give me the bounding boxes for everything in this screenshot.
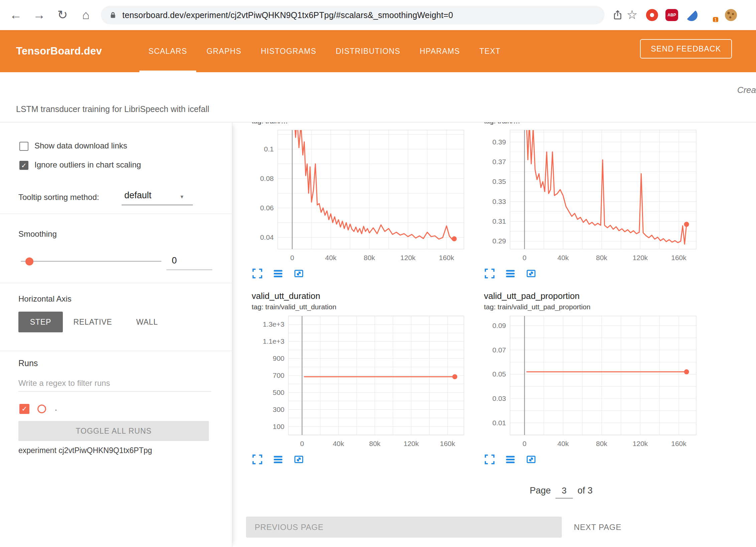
chart-title: valid_utt_duration bbox=[252, 290, 467, 303]
svg-text:0: 0 bbox=[522, 254, 526, 261]
svg-text:80k: 80k bbox=[596, 440, 607, 447]
check-icon: ✓ bbox=[21, 405, 27, 413]
svg-text:80k: 80k bbox=[369, 440, 380, 447]
extension-cookie-icon[interactable] bbox=[725, 9, 737, 21]
share-icon[interactable] bbox=[612, 9, 623, 21]
scalar-line-chart[interactable]: 040k80k120k160k0.040.060.080.1 bbox=[252, 127, 467, 265]
chart-card-valid-utt-pad-proportion: valid_utt_pad_proportion tag: train/vali… bbox=[484, 290, 700, 466]
scalar-line-chart[interactable]: 040k80k120k160k0.290.310.330.350.370.39 bbox=[484, 127, 700, 265]
dropdown-arrow-icon[interactable]: ▾ bbox=[180, 193, 183, 200]
svg-text:0: 0 bbox=[300, 440, 304, 447]
tooltip-sorting-select[interactable]: default bbox=[124, 190, 151, 201]
axis-wall-button[interactable]: WALL bbox=[129, 312, 165, 332]
run-checkbox[interactable]: ✓ bbox=[19, 404, 29, 414]
fit-domain-icon[interactable] bbox=[293, 454, 304, 465]
svg-text:700: 700 bbox=[273, 371, 284, 379]
svg-text:0.31: 0.31 bbox=[492, 217, 506, 225]
svg-text:0.39: 0.39 bbox=[492, 138, 506, 146]
home-icon[interactable]: ⌂ bbox=[78, 0, 94, 30]
fullscreen-icon[interactable] bbox=[252, 268, 263, 279]
scalar-line-chart[interactable]: 040k80k120k160k0.010.030.050.070.09 bbox=[484, 313, 700, 451]
address-bar[interactable]: tensorboard.dev/experiment/cj2vtPiwQHKN9… bbox=[101, 6, 605, 24]
tab-scalars[interactable]: SCALARS bbox=[139, 30, 197, 72]
ignore-outliers-label: Ignore outliers in chart scaling bbox=[34, 160, 141, 170]
ignore-outliers-checkbox[interactable]: ✓ bbox=[19, 161, 28, 170]
smoothing-slider-thumb[interactable] bbox=[25, 257, 33, 265]
runs-menu-icon[interactable] bbox=[505, 454, 516, 465]
axis-relative-button[interactable]: RELATIVE bbox=[67, 312, 119, 332]
svg-text:160k: 160k bbox=[671, 254, 686, 261]
smoothing-value[interactable]: 0 bbox=[172, 255, 177, 266]
page-of-label: of 3 bbox=[578, 485, 593, 496]
settings-sidebar: Show data download links ✓ Ignore outlie… bbox=[0, 122, 232, 547]
experiment-id-caption: experiment cj2vtPiwQHKN9Q1tx6PTpg bbox=[18, 446, 152, 455]
smoothing-value-underline bbox=[166, 269, 212, 270]
extension-pocket-icon[interactable] bbox=[685, 9, 698, 21]
tab-distributions[interactable]: DISTRIBUTIONS bbox=[326, 30, 410, 72]
extension-pie-badge-icon[interactable]: 1 bbox=[705, 9, 718, 21]
svg-text:0.29: 0.29 bbox=[492, 237, 506, 245]
back-icon[interactable]: ← bbox=[8, 0, 23, 30]
runs-regex-input[interactable] bbox=[18, 378, 211, 392]
next-page-button[interactable]: NEXT PAGE bbox=[574, 517, 621, 538]
scalars-dashboard: tag: train/… 040k80k120k160k0.040.060.08… bbox=[232, 122, 756, 547]
previous-page-button[interactable]: PREVIOUS PAGE bbox=[246, 517, 562, 538]
runs-menu-icon[interactable] bbox=[272, 268, 284, 279]
svg-text:40k: 40k bbox=[557, 254, 569, 261]
smoothing-label: Smoothing bbox=[18, 229, 57, 239]
lock-icon bbox=[108, 10, 118, 20]
forward-icon[interactable]: → bbox=[31, 0, 47, 30]
svg-text:300: 300 bbox=[273, 406, 284, 413]
sidebar-divider bbox=[0, 351, 232, 351]
top-navigation: SCALARS GRAPHS HISTOGRAMS DISTRIBUTIONS … bbox=[139, 30, 510, 72]
svg-text:0: 0 bbox=[290, 254, 294, 261]
runs-menu-icon[interactable] bbox=[272, 454, 284, 465]
show-download-links-label: Show data download links bbox=[34, 141, 127, 150]
show-download-links-checkbox[interactable] bbox=[19, 142, 28, 151]
svg-text:0.07: 0.07 bbox=[492, 346, 506, 354]
url-text: tensorboard.dev/experiment/cj2vtPiwQHKN9… bbox=[122, 10, 453, 20]
chart-title: valid_utt_pad_proportion bbox=[484, 290, 700, 303]
svg-text:40k: 40k bbox=[557, 440, 569, 447]
extension-badge-count: 1 bbox=[712, 16, 719, 23]
fit-domain-icon[interactable] bbox=[293, 268, 304, 279]
fit-domain-icon[interactable] bbox=[525, 268, 537, 279]
svg-text:0.33: 0.33 bbox=[492, 198, 506, 205]
svg-text:120k: 120k bbox=[633, 440, 648, 447]
svg-text:1.3e+3: 1.3e+3 bbox=[263, 320, 284, 328]
chart-toolbar bbox=[252, 451, 467, 466]
fullscreen-icon[interactable] bbox=[484, 454, 495, 465]
bookmark-star-icon[interactable]: ☆ bbox=[625, 0, 639, 30]
svg-text:0.05: 0.05 bbox=[492, 370, 506, 378]
reload-icon[interactable]: ↻ bbox=[55, 0, 70, 30]
scalar-line-chart[interactable]: 040k80k120k160k1003005007009001.1e+31.3e… bbox=[252, 313, 467, 451]
fullscreen-icon[interactable] bbox=[252, 454, 263, 465]
chart-tag: tag: train/… bbox=[484, 122, 700, 127]
tab-histograms[interactable]: HISTOGRAMS bbox=[251, 30, 326, 72]
app-logo[interactable]: TensorBoard.dev bbox=[16, 45, 102, 57]
chart-toolbar bbox=[484, 265, 700, 280]
extension-blocker-icon[interactable] bbox=[646, 9, 658, 21]
svg-text:0.03: 0.03 bbox=[492, 395, 506, 402]
toggle-all-runs-button[interactable]: TOGGLE ALL RUNS bbox=[18, 421, 209, 441]
charts-grid: tag: train/… 040k80k120k160k0.040.060.08… bbox=[252, 122, 700, 466]
tab-hparams[interactable]: HPARAMS bbox=[410, 30, 470, 72]
chart-tag: tag: train/… bbox=[252, 122, 467, 127]
svg-text:120k: 120k bbox=[400, 254, 416, 261]
extension-abp-icon[interactable]: ABP bbox=[665, 9, 678, 21]
tab-graphs[interactable]: GRAPHS bbox=[197, 30, 251, 72]
fullscreen-icon[interactable] bbox=[484, 268, 495, 279]
axis-step-button[interactable]: STEP bbox=[18, 312, 63, 332]
run-color-swatch-icon[interactable] bbox=[37, 405, 46, 413]
runs-menu-icon[interactable] bbox=[505, 268, 516, 279]
smoothing-slider-track[interactable] bbox=[21, 261, 161, 262]
send-feedback-button[interactable]: SEND FEEDBACK bbox=[640, 39, 732, 59]
page-number-input[interactable] bbox=[555, 485, 573, 499]
tab-text[interactable]: TEXT bbox=[470, 30, 510, 72]
page-label: Page bbox=[530, 485, 551, 496]
created-text-cropped: Crea bbox=[737, 85, 756, 95]
fit-domain-icon[interactable] bbox=[525, 454, 537, 465]
app-header: TensorBoard.dev SCALARS GRAPHS HISTOGRAM… bbox=[0, 30, 756, 72]
sidebar-divider bbox=[0, 214, 232, 214]
svg-text:120k: 120k bbox=[633, 254, 648, 261]
